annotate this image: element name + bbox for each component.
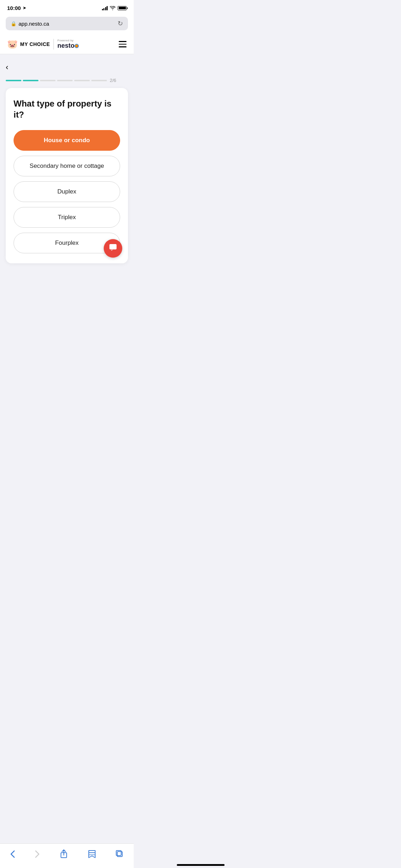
chat-fab-button[interactable]	[104, 239, 122, 258]
reload-icon[interactable]: ↻	[118, 20, 123, 27]
progress-bar-5	[74, 80, 90, 81]
url-text: app.nesto.ca	[19, 21, 49, 27]
address-bar-inner[interactable]: 🔒 app.nesto.ca ↻	[6, 17, 128, 30]
options-list: House or condo Secondary home or cottage…	[14, 130, 120, 253]
status-bar: 10:00 ➤	[0, 0, 134, 14]
progress-bar-1	[6, 80, 21, 81]
nav-bar: 🐷 MY CHOICE Powered by nesto	[0, 35, 134, 54]
piggy-icon: 🐷	[7, 39, 18, 49]
nesto-area: Powered by nesto	[57, 39, 78, 50]
address-bar: 🔒 app.nesto.ca ↻	[0, 14, 134, 35]
signal-icon	[102, 6, 108, 10]
back-button[interactable]: ‹	[6, 61, 11, 73]
option-secondary-home[interactable]: Secondary home or cottage	[14, 156, 120, 176]
battery-icon	[118, 6, 127, 10]
logo-area: 🐷 MY CHOICE Powered by nesto	[7, 39, 78, 50]
property-type-card: What type of property is it? House or co…	[6, 88, 128, 263]
option-house-condo-label: House or condo	[44, 137, 90, 144]
logo-divider	[53, 39, 54, 50]
progress-bar-6	[91, 80, 107, 81]
hamburger-line-3	[119, 46, 127, 47]
option-duplex[interactable]: Duplex	[14, 181, 120, 202]
status-icons	[102, 6, 127, 10]
progress-bar-4	[57, 80, 73, 81]
wifi-icon	[110, 6, 115, 10]
nesto-logo: nesto	[57, 42, 78, 50]
progress-bars	[6, 80, 107, 81]
progress-bar-3	[40, 80, 56, 81]
progress-bar-2	[23, 80, 38, 81]
hamburger-line-1	[119, 41, 127, 42]
option-triplex[interactable]: Triplex	[14, 207, 120, 228]
svg-rect-0	[109, 244, 117, 249]
hamburger-line-2	[119, 44, 127, 45]
nesto-dot-icon	[75, 45, 78, 47]
progress-row: 2/6	[6, 78, 128, 83]
option-house-condo[interactable]: House or condo	[14, 130, 120, 151]
card-title: What type of property is it?	[14, 98, 120, 120]
location-arrow-icon: ➤	[23, 6, 26, 10]
option-fourplex-label: Fourplex	[55, 239, 78, 246]
time-label: 10:00	[7, 5, 21, 11]
lock-icon: 🔒	[11, 21, 16, 26]
chat-fab-icon	[109, 243, 117, 254]
my-choice-text: MY CHOICE	[20, 41, 50, 47]
nesto-name: nesto	[57, 42, 74, 50]
progress-label: 2/6	[110, 78, 116, 83]
powered-by-text: Powered by	[57, 39, 73, 42]
my-choice-logo: 🐷 MY CHOICE	[7, 39, 50, 49]
hamburger-menu-button[interactable]	[119, 41, 127, 47]
option-secondary-home-label: Secondary home or cottage	[30, 162, 104, 169]
option-duplex-label: Duplex	[57, 188, 76, 195]
option-triplex-label: Triplex	[58, 214, 76, 221]
main-content: ‹ 2/6 What type of property is it? House…	[0, 54, 134, 270]
status-time: 10:00 ➤	[7, 5, 26, 11]
